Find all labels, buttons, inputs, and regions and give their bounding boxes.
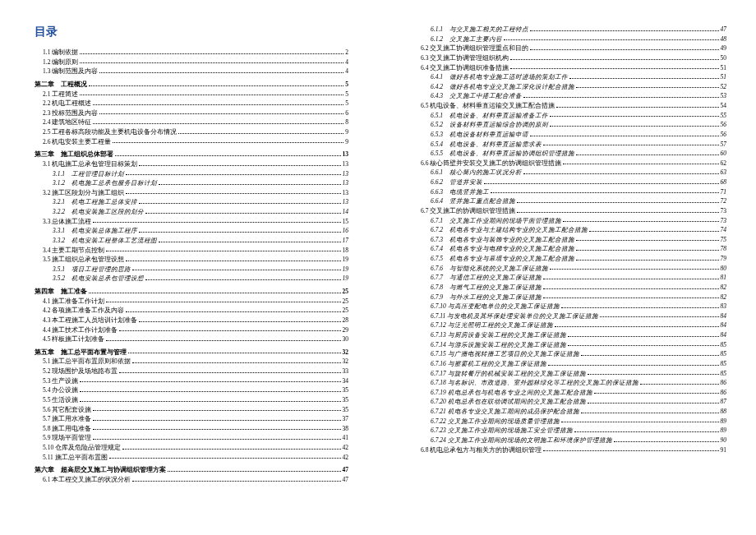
toc-leader-dots <box>563 221 719 222</box>
toc-entry-label: 2.2 机电工程概述 <box>43 99 91 108</box>
toc-entry-page: 49 <box>721 44 727 53</box>
toc-leader-dots <box>139 321 340 322</box>
toc-entry-label: 6.6.4 竖井施工重点配合措施 <box>431 196 515 206</box>
toc-entry-page: 25 <box>343 297 349 307</box>
toc-entry-label: 1.3 编制范围及内容 <box>43 67 98 76</box>
toc-leader-dots <box>119 330 340 331</box>
toc-entry-label: 第二章 工程概况 <box>35 80 87 90</box>
toc-leader-dots <box>543 279 719 279</box>
toc-entry-page: 84 <box>721 321 727 330</box>
toc-entry: 6.5.3 机电设备材料垂直运输申请56 <box>413 130 726 140</box>
toc-leader-dots <box>568 336 719 337</box>
toc-entry-label: 5.11 施工总平面布置图 <box>43 453 108 463</box>
toc-entry-page: 29 <box>343 325 349 335</box>
toc-entry-label: 6.7.6 与智能化系统的交叉施工保证措施 <box>431 264 548 274</box>
toc-entry-label: 6.2 交叉施工协调组织管理重点和目的 <box>421 44 528 53</box>
toc-entry-label: 6.4.3 交叉施工中搭工配合准备 <box>431 91 522 101</box>
toc-entry-label: 第四章 施工准备 <box>35 287 87 297</box>
toc-entry-label: 6.7.15 与广播电视转播工艺项目的交叉施工保证措施 <box>431 349 579 359</box>
toc-leader-dots <box>543 450 718 451</box>
toc-entry-page: 90 <box>721 436 727 445</box>
toc-entry: 6.7.1 交叉施工作业期间的现场平面管理措施73 <box>413 216 726 226</box>
toc-entry: 3.1.2 机电施工总承包服务目标计划13 <box>35 178 348 188</box>
toc-entry-page: 25 <box>343 306 349 316</box>
toc-entry-label: 6.5.4 机电设备、材料垂直运输需求表 <box>431 140 542 150</box>
toc-entry-page: 88 <box>721 407 727 417</box>
toc-entry: 6.7.5 机电各专业与幕墙专业的交叉施工配合措施79 <box>413 254 726 264</box>
toc-entry-label: 6.6.2 管道井安装 <box>431 178 482 187</box>
toc-entry: 2.6 机电安装主要工程量9 <box>35 137 348 147</box>
toc-entry-label: 3.1.2 机电施工总承包服务目标计划 <box>53 178 157 188</box>
toc-entry-page: 34 <box>343 376 349 386</box>
toc-entry-page: 35 <box>343 395 349 405</box>
toc-entry: 6.7.20 机电总承包在联动调试期间的交叉施工配合措施87 <box>413 397 726 407</box>
toc-entry: 6.1.1 与交叉施工相关的工程特点47 <box>413 25 726 35</box>
toc-entry-label: 第三章 施工组织总体部署 <box>35 150 113 159</box>
toc-entry-label: 5.10 仓库及危险品管理规定 <box>43 443 121 453</box>
toc-entry: 3.2 施工区段划分与施工组织13 <box>35 188 348 198</box>
toc-leader-dots <box>600 316 718 317</box>
toc-entry-page: 83 <box>721 302 727 311</box>
toc-entry: 6.5.5 机电设备、材料垂直运输协调组织管理措施60 <box>413 149 726 159</box>
toc-entry-page: 13 <box>343 159 349 169</box>
toc-entry-label: 6.5.1 机电设备、材料垂直运输准备工作 <box>431 111 548 121</box>
toc-leader-dots <box>93 123 343 124</box>
toc-leader-dots <box>139 165 340 166</box>
toc-entry: 6.4.3 交叉施工中搭工配合准备53 <box>413 91 726 101</box>
toc-leader-dots <box>126 311 340 312</box>
toc-entry-label: 6.7.23 交叉施工作业期间的现场施工安全管理措施 <box>431 426 573 436</box>
toc-entry-label: 1.1 编制依据 <box>43 48 78 58</box>
toc-leader-dots <box>168 471 341 472</box>
toc-entry-page: 6 <box>345 108 348 118</box>
toc-entry-page: 57 <box>721 140 727 150</box>
toc-leader-dots <box>576 87 719 88</box>
toc-entry-label: 4.5 样板施工计划准备 <box>43 334 104 344</box>
toc-leader-dots <box>574 431 719 432</box>
toc-entry: 6.7.7 与通信工程的交叉施工保证措施81 <box>413 273 726 283</box>
toc-entry-page: 84 <box>721 330 727 340</box>
toc-leader-dots <box>99 113 343 114</box>
toc-entry: 6.7.14 与游乐设施安装工程的交叉施工保证措施85 <box>413 340 726 350</box>
toc-entry-label: 6.7.22 交叉施工作业期间的现场质量管理措施 <box>431 417 560 427</box>
toc-leader-dots <box>80 381 340 382</box>
toc-column-left: 1.1 编制依据21.2 编制原则41.3 编制范围及内容4第二章 工程概况52… <box>35 48 348 485</box>
toc-entry: 2.1 工程简述5 <box>35 90 348 99</box>
toc-entry: 3.3.2 机电安装工程整体工艺流程图17 <box>35 236 348 246</box>
toc-entry: 4.3 本工程施工人员培训计划准备28 <box>35 316 348 325</box>
toc-leader-dots <box>106 251 340 251</box>
toc-entry-page: 73 <box>721 206 727 216</box>
toc-leader-dots <box>517 202 719 203</box>
toc-entry-label: 6.7.24 交叉施工作业期间的现场的文明施工和环境保护管理措施 <box>431 436 612 445</box>
toc-leader-dots <box>139 203 341 204</box>
toc-entry: 5.5 生活设施35 <box>35 395 348 405</box>
toc-entry-page: 84 <box>721 311 727 321</box>
toc-entry-page: 41 <box>343 433 349 443</box>
toc-leader-dots <box>561 307 719 308</box>
toc-entry-page: 28 <box>343 316 349 325</box>
toc-leader-dots <box>126 193 340 194</box>
toc-entry-page: 85 <box>721 359 727 369</box>
toc-entry-label: 6.1 本工程交叉施工的状况分析 <box>43 475 131 485</box>
toc-entry-label: 6.4.2 做好各机电专业交叉施工深化设计配合措施 <box>431 82 574 92</box>
toc-entry-page: 48 <box>721 35 727 44</box>
toc-entry: 5.7 施工用水准备37 <box>35 414 348 424</box>
toc-leader-dots <box>588 403 719 404</box>
toc-leader-dots <box>556 107 718 108</box>
toc-entry-label: 第五章 施工总平面布置与管理 <box>35 348 127 357</box>
toc-entry: 6.6.3 电缆竖井施工71 <box>413 187 726 197</box>
toc-entry-label: 5.5 生活设施 <box>43 395 78 405</box>
toc-entry: 6.4 交叉施工协调组织准备措施51 <box>413 63 726 73</box>
toc-entry-label: 4.1 施工准备工作计划 <box>43 297 104 307</box>
toc-leader-dots <box>80 53 343 54</box>
toc-entry-page: 25 <box>343 287 349 297</box>
toc-entry: 6.7.15 与广播电视转播工艺项目的交叉施工保证措施85 <box>413 349 726 359</box>
toc-entry: 6.7.18 与名标识、市政道路、室外园林绿化等工程的交叉施工的保证措施86 <box>413 378 726 388</box>
toc-entry-label: 6.7.18 与名标识、市政道路、室外园林绿化等工程的交叉施工的保证措施 <box>431 378 638 388</box>
toc-entry-page: 13 <box>343 178 349 188</box>
toc-entry: 5.8 施工用电准备38 <box>35 424 348 434</box>
toc-entry: 6.7.13 与厨房设备安装工程的交叉施工保证措施84 <box>413 330 726 340</box>
toc-entry-page: 32 <box>343 348 349 357</box>
toc-entry-page: 60 <box>721 149 727 159</box>
toc-leader-dots <box>80 391 340 392</box>
toc-leader-dots <box>109 458 341 459</box>
